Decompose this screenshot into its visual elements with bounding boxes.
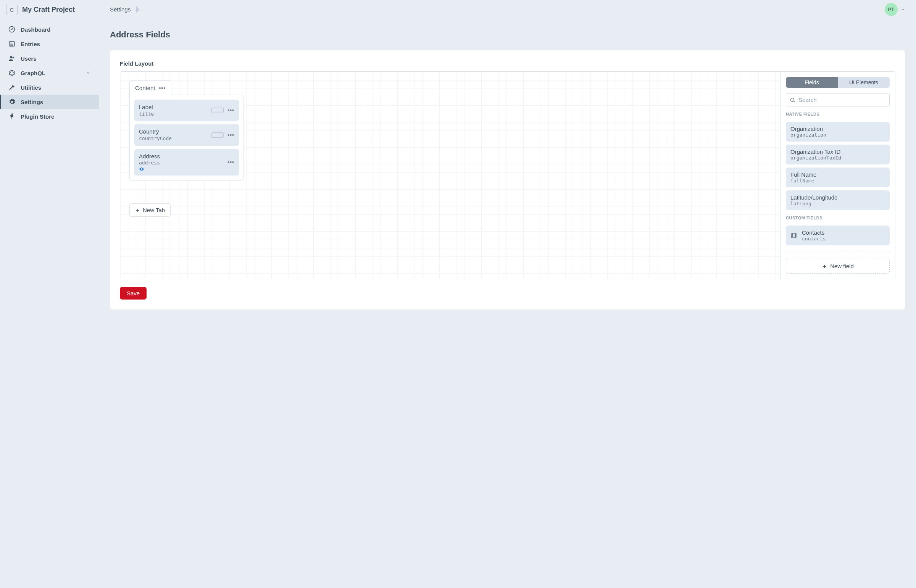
layout-tab-name: Content bbox=[135, 85, 155, 91]
chevron-down-icon bbox=[86, 71, 90, 75]
sidebar-item-utilities[interactable]: Utilities bbox=[0, 80, 99, 95]
search-box bbox=[786, 93, 890, 107]
gauge-icon bbox=[8, 26, 15, 33]
layout-field-handle: address bbox=[139, 160, 224, 166]
custom-fields-heading: CUSTOM FIELDS bbox=[786, 216, 890, 220]
library-field-handle: organization bbox=[790, 132, 885, 138]
svg-point-7 bbox=[13, 57, 15, 59]
search-input[interactable] bbox=[786, 93, 890, 107]
new-field-label: New field bbox=[830, 263, 854, 270]
sidebar: C My Craft Project Dashboard Entries U bbox=[0, 0, 99, 588]
avatar: PT bbox=[885, 3, 898, 16]
panel-heading: Field Layout bbox=[120, 60, 895, 67]
plus-icon bbox=[135, 208, 141, 213]
breadcrumb[interactable]: Settings bbox=[110, 6, 131, 13]
save-button[interactable]: Save bbox=[120, 287, 147, 299]
nav: Dashboard Entries Users GraphQL bbox=[0, 19, 99, 124]
field-layout-designer: Content ••• Label title bbox=[120, 71, 895, 279]
new-field-button[interactable]: New field bbox=[786, 259, 890, 274]
layout-field-label: Country bbox=[139, 128, 208, 136]
plug-icon bbox=[8, 113, 15, 120]
sidebar-item-label: GraphQL bbox=[21, 70, 45, 76]
sidebar-item-label: Plugin Store bbox=[21, 113, 54, 120]
field-actions-menu[interactable]: ••• bbox=[228, 132, 234, 138]
library-field-label: Organization Tax ID bbox=[790, 149, 885, 155]
tab-actions-menu[interactable]: ••• bbox=[159, 85, 166, 91]
graphql-icon bbox=[8, 69, 15, 76]
svg-marker-9 bbox=[9, 70, 15, 74]
layout-tab[interactable]: Content ••• bbox=[129, 81, 171, 95]
header: Settings PT bbox=[99, 0, 916, 19]
library-field-label: Contacts bbox=[802, 229, 885, 236]
new-tab-label: New Tab bbox=[143, 207, 165, 213]
library-field[interactable]: Organization Tax ID organizationTaxId bbox=[786, 145, 890, 165]
library-tab-ui-elements[interactable]: UI Elements bbox=[838, 77, 890, 88]
library-field-handle: latLong bbox=[790, 201, 885, 207]
wrench-icon bbox=[8, 84, 15, 91]
library-field-handle: fullName bbox=[790, 178, 885, 184]
library-tabs: Fields UI Elements bbox=[786, 77, 890, 88]
panel: Field Layout Content ••• bbox=[110, 50, 905, 309]
project-name[interactable]: My Craft Project bbox=[22, 6, 75, 14]
newspaper-icon bbox=[8, 40, 15, 47]
search-icon bbox=[790, 97, 795, 103]
users-icon bbox=[8, 55, 15, 62]
library-field-handle: contacts bbox=[802, 236, 885, 242]
sidebar-item-label: Settings bbox=[21, 99, 43, 105]
svg-point-6 bbox=[10, 56, 12, 58]
layout-field[interactable]: Address address ••• bbox=[134, 149, 239, 176]
layout-field-label: Label bbox=[139, 103, 208, 111]
eye-icon bbox=[139, 166, 224, 172]
layout-field[interactable]: Label title ••• bbox=[134, 100, 239, 121]
layout-field-label: Address bbox=[139, 153, 224, 160]
app-logo[interactable]: C bbox=[6, 4, 18, 15]
width-indicator[interactable] bbox=[212, 108, 224, 113]
sidebar-item-entries[interactable]: Entries bbox=[0, 37, 99, 51]
library-field-label: Organization bbox=[790, 126, 885, 132]
sidebar-item-settings[interactable]: Settings bbox=[0, 95, 99, 109]
svg-point-12 bbox=[791, 98, 794, 102]
field-actions-menu[interactable]: ••• bbox=[228, 107, 234, 113]
sidebar-item-label: Entries bbox=[21, 41, 40, 47]
library-field-label: Full Name bbox=[790, 171, 885, 178]
sidebar-item-plugin-store[interactable]: Plugin Store bbox=[0, 109, 99, 124]
svg-line-13 bbox=[793, 101, 795, 102]
chevron-down-icon bbox=[901, 7, 905, 12]
sidebar-item-label: Utilities bbox=[21, 84, 41, 91]
gear-icon bbox=[8, 99, 15, 105]
svg-point-1 bbox=[11, 29, 13, 30]
sidebar-item-graphql[interactable]: GraphQL bbox=[0, 66, 99, 80]
user-menu[interactable]: PT bbox=[885, 3, 905, 16]
library-field[interactable]: Organization organization bbox=[786, 122, 890, 142]
plus-icon bbox=[822, 264, 827, 269]
library-tab-fields[interactable]: Fields bbox=[786, 77, 838, 88]
field-library: Fields UI Elements NATIVE FIELDS bbox=[780, 72, 895, 279]
layout-field[interactable]: Country countryCode ••• bbox=[134, 124, 239, 145]
sidebar-item-label: Users bbox=[21, 55, 37, 62]
native-fields-heading: NATIVE FIELDS bbox=[786, 112, 890, 116]
layout-field-handle: countryCode bbox=[139, 136, 208, 142]
library-field[interactable]: Contacts contacts bbox=[786, 226, 890, 246]
library-field[interactable]: Latitude/Longitude latLong bbox=[786, 191, 890, 210]
page-title: Address Fields bbox=[110, 30, 905, 40]
sidebar-header: C My Craft Project bbox=[0, 0, 99, 19]
sidebar-item-dashboard[interactable]: Dashboard bbox=[0, 22, 99, 37]
library-field-label: Latitude/Longitude bbox=[790, 194, 885, 201]
sidebar-item-label: Dashboard bbox=[21, 26, 50, 33]
width-indicator[interactable] bbox=[212, 132, 224, 138]
map-icon bbox=[790, 232, 797, 239]
field-actions-menu[interactable]: ••• bbox=[228, 159, 234, 165]
layout-tab-body: Label title ••• Country countr bbox=[129, 95, 244, 181]
sidebar-item-users[interactable]: Users bbox=[0, 51, 99, 66]
layout-field-handle: title bbox=[139, 111, 208, 118]
library-field[interactable]: Full Name fullName bbox=[786, 168, 890, 187]
layout-canvas[interactable]: Content ••• Label title bbox=[120, 72, 780, 279]
new-tab-button[interactable]: New Tab bbox=[129, 204, 171, 217]
library-field-handle: organizationTaxId bbox=[790, 155, 885, 161]
